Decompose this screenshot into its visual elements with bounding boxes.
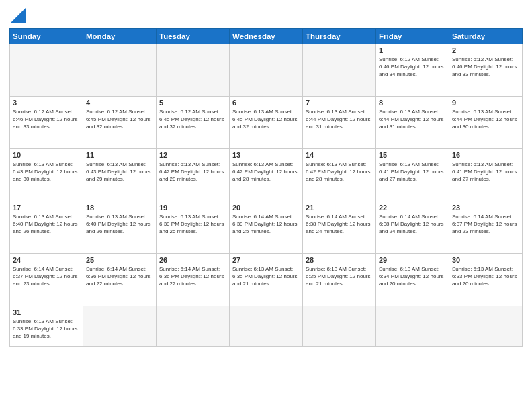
day-info: Sunrise: 6:13 AM Sunset: 6:35 PM Dayligh… [306,265,373,288]
day-number: 28 [306,256,373,264]
day-number: 14 [306,151,373,159]
cal-cell [230,44,303,97]
header [9,8,523,23]
day-number: 1 [379,46,446,54]
day-number: 7 [306,99,373,107]
day-number: 4 [86,99,153,107]
day-number: 30 [452,256,519,264]
cal-cell: 8Sunrise: 6:13 AM Sunset: 6:44 PM Daylig… [376,97,449,149]
cal-cell [449,306,523,347]
day-number: 31 [13,308,80,316]
cal-cell: 5Sunrise: 6:12 AM Sunset: 6:45 PM Daylig… [157,97,230,149]
day-info: Sunrise: 6:14 AM Sunset: 6:36 PM Dayligh… [86,265,153,288]
col-header-tuesday: Tuesday [157,29,230,44]
day-info: Sunrise: 6:13 AM Sunset: 6:42 PM Dayligh… [306,161,373,183]
cal-cell: 21Sunrise: 6:14 AM Sunset: 6:38 PM Dayli… [303,201,376,254]
day-info: Sunrise: 6:13 AM Sunset: 6:43 PM Dayligh… [13,161,80,183]
cal-cell: 16Sunrise: 6:13 AM Sunset: 6:41 PM Dayli… [449,149,523,201]
cal-cell [303,44,376,97]
cal-cell: 24Sunrise: 6:14 AM Sunset: 6:37 PM Dayli… [10,254,83,306]
day-number: 11 [86,151,153,159]
day-info: Sunrise: 6:13 AM Sunset: 6:41 PM Dayligh… [379,161,446,183]
col-header-wednesday: Wednesday [230,29,303,44]
day-number: 19 [159,203,226,212]
day-info: Sunrise: 6:13 AM Sunset: 6:40 PM Dayligh… [86,213,153,236]
cal-cell: 11Sunrise: 6:13 AM Sunset: 6:43 PM Dayli… [83,149,157,201]
day-number: 5 [159,99,226,107]
page: SundayMondayTuesdayWednesdayThursdayFrid… [0,0,532,411]
day-info: Sunrise: 6:13 AM Sunset: 6:44 PM Dayligh… [452,108,519,131]
day-info: Sunrise: 6:13 AM Sunset: 6:41 PM Dayligh… [452,161,519,183]
day-number: 16 [452,151,519,159]
day-info: Sunrise: 6:13 AM Sunset: 6:42 PM Dayligh… [232,161,300,183]
col-header-saturday: Saturday [449,29,523,44]
cal-cell [376,306,449,347]
day-number: 27 [232,256,300,264]
cal-cell: 17Sunrise: 6:13 AM Sunset: 6:40 PM Dayli… [10,201,83,254]
cal-cell: 12Sunrise: 6:13 AM Sunset: 6:42 PM Dayli… [157,149,230,201]
svg-marker-0 [11,8,26,23]
day-info: Sunrise: 6:12 AM Sunset: 6:45 PM Dayligh… [159,108,226,131]
day-info: Sunrise: 6:14 AM Sunset: 6:38 PM Dayligh… [379,213,446,236]
day-info: Sunrise: 6:13 AM Sunset: 6:45 PM Dayligh… [232,108,300,131]
col-header-monday: Monday [83,29,157,44]
day-number: 23 [452,203,519,212]
day-info: Sunrise: 6:13 AM Sunset: 6:43 PM Dayligh… [86,161,153,183]
logo [9,8,26,23]
cal-cell: 2Sunrise: 6:12 AM Sunset: 6:46 PM Daylig… [449,44,523,97]
cal-cell: 25Sunrise: 6:14 AM Sunset: 6:36 PM Dayli… [83,254,157,306]
cal-cell: 29Sunrise: 6:13 AM Sunset: 6:34 PM Dayli… [376,254,449,306]
day-number: 24 [13,256,80,264]
cal-cell: 26Sunrise: 6:14 AM Sunset: 6:36 PM Dayli… [157,254,230,306]
day-number: 22 [379,203,446,212]
day-number: 29 [379,256,446,264]
cal-cell: 1Sunrise: 6:12 AM Sunset: 6:46 PM Daylig… [376,44,449,97]
day-info: Sunrise: 6:13 AM Sunset: 6:44 PM Dayligh… [306,108,373,131]
col-header-thursday: Thursday [303,29,376,44]
day-info: Sunrise: 6:13 AM Sunset: 6:33 PM Dayligh… [13,318,80,340]
cal-cell [157,306,230,347]
day-info: Sunrise: 6:13 AM Sunset: 6:33 PM Dayligh… [452,265,519,288]
day-number: 9 [452,99,519,107]
day-number: 10 [13,151,80,159]
cal-cell [303,306,376,347]
week-row-4: 17Sunrise: 6:13 AM Sunset: 6:40 PM Dayli… [10,201,523,254]
day-info: Sunrise: 6:13 AM Sunset: 6:35 PM Dayligh… [232,265,300,288]
cal-cell: 20Sunrise: 6:14 AM Sunset: 6:39 PM Dayli… [230,201,303,254]
day-info: Sunrise: 6:13 AM Sunset: 6:42 PM Dayligh… [159,161,226,183]
cal-cell: 23Sunrise: 6:14 AM Sunset: 6:37 PM Dayli… [449,201,523,254]
cal-cell [83,306,157,347]
day-number: 13 [232,151,300,159]
day-number: 3 [13,99,80,107]
day-info: Sunrise: 6:14 AM Sunset: 6:38 PM Dayligh… [306,213,373,236]
day-info: Sunrise: 6:12 AM Sunset: 6:46 PM Dayligh… [379,56,446,79]
day-number: 8 [379,99,446,107]
cal-cell: 3Sunrise: 6:12 AM Sunset: 6:46 PM Daylig… [10,97,83,149]
cal-cell: 9Sunrise: 6:13 AM Sunset: 6:44 PM Daylig… [449,97,523,149]
cal-cell: 6Sunrise: 6:13 AM Sunset: 6:45 PM Daylig… [230,97,303,149]
day-number: 2 [452,46,519,54]
calendar-table: SundayMondayTuesdayWednesdayThursdayFrid… [9,28,523,347]
col-header-friday: Friday [376,29,449,44]
day-number: 17 [13,203,80,212]
cal-cell: 13Sunrise: 6:13 AM Sunset: 6:42 PM Dayli… [230,149,303,201]
day-info: Sunrise: 6:13 AM Sunset: 6:40 PM Dayligh… [13,213,80,236]
day-info: Sunrise: 6:12 AM Sunset: 6:45 PM Dayligh… [86,108,153,131]
col-header-sunday: Sunday [10,29,83,44]
cal-cell: 7Sunrise: 6:13 AM Sunset: 6:44 PM Daylig… [303,97,376,149]
calendar-container: SundayMondayTuesdayWednesdayThursdayFrid… [9,28,523,347]
week-row-1: 1Sunrise: 6:12 AM Sunset: 6:46 PM Daylig… [10,44,523,97]
cal-cell: 4Sunrise: 6:12 AM Sunset: 6:45 PM Daylig… [83,97,157,149]
day-info: Sunrise: 6:14 AM Sunset: 6:36 PM Dayligh… [159,265,226,288]
week-row-2: 3Sunrise: 6:12 AM Sunset: 6:46 PM Daylig… [10,97,523,149]
cal-cell: 10Sunrise: 6:13 AM Sunset: 6:43 PM Dayli… [10,149,83,201]
day-info: Sunrise: 6:14 AM Sunset: 6:39 PM Dayligh… [232,213,300,236]
day-info: Sunrise: 6:14 AM Sunset: 6:37 PM Dayligh… [452,213,519,236]
cal-cell: 19Sunrise: 6:13 AM Sunset: 6:39 PM Dayli… [157,201,230,254]
day-number: 25 [86,256,153,264]
cal-cell [10,44,83,97]
cal-cell [157,44,230,97]
day-number: 12 [159,151,226,159]
day-number: 15 [379,151,446,159]
day-number: 20 [232,203,300,212]
